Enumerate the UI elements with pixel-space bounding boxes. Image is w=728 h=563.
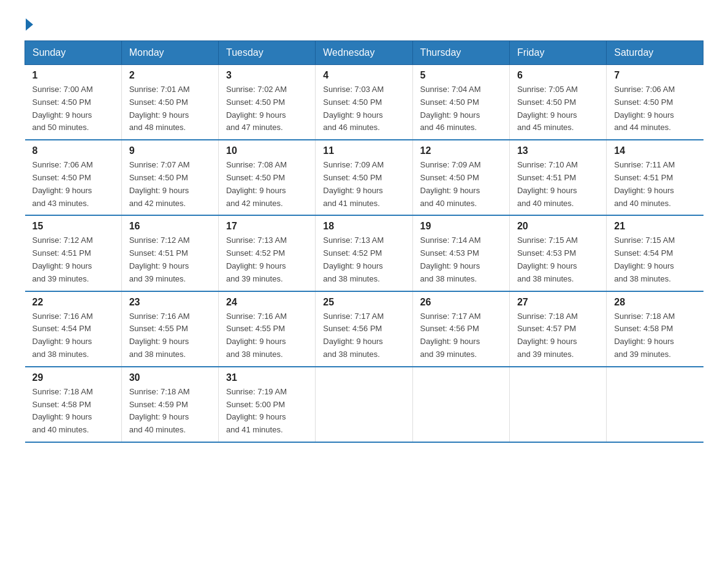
day-info: Sunrise: 7:19 AMSunset: 5:00 PMDaylight:… xyxy=(226,386,308,437)
day-cell: 4Sunrise: 7:03 AMSunset: 4:50 PMDaylight… xyxy=(316,65,412,140)
day-number: 8 xyxy=(32,145,114,156)
day-number: 5 xyxy=(420,70,502,81)
day-info: Sunrise: 7:18 AMSunset: 4:58 PMDaylight:… xyxy=(614,310,696,361)
day-cell: 28Sunrise: 7:18 AMSunset: 4:58 PMDayligh… xyxy=(607,291,703,367)
day-cell: 22Sunrise: 7:16 AMSunset: 4:54 PMDayligh… xyxy=(25,291,122,367)
day-cell xyxy=(607,367,703,442)
day-cell: 19Sunrise: 7:14 AMSunset: 4:53 PMDayligh… xyxy=(412,215,509,291)
day-cell: 18Sunrise: 7:13 AMSunset: 4:52 PMDayligh… xyxy=(316,215,412,291)
day-number: 28 xyxy=(614,297,696,308)
day-number: 29 xyxy=(32,372,114,383)
day-info: Sunrise: 7:11 AMSunset: 4:51 PMDaylight:… xyxy=(614,159,696,210)
day-info: Sunrise: 7:12 AMSunset: 4:51 PMDaylight:… xyxy=(129,234,211,285)
day-number: 21 xyxy=(614,221,696,232)
day-number: 15 xyxy=(32,221,114,232)
day-number: 1 xyxy=(32,70,114,81)
day-number: 2 xyxy=(129,70,211,81)
day-info: Sunrise: 7:18 AMSunset: 4:57 PMDaylight:… xyxy=(517,310,599,361)
week-row-2: 8Sunrise: 7:06 AMSunset: 4:50 PMDaylight… xyxy=(25,140,703,215)
day-number: 30 xyxy=(129,372,211,383)
day-info: Sunrise: 7:02 AMSunset: 4:50 PMDaylight:… xyxy=(226,83,308,134)
day-cell: 17Sunrise: 7:13 AMSunset: 4:52 PMDayligh… xyxy=(218,215,315,291)
day-info: Sunrise: 7:16 AMSunset: 4:54 PMDaylight:… xyxy=(32,310,114,361)
day-number: 27 xyxy=(517,297,599,308)
day-number: 23 xyxy=(129,297,211,308)
day-cell: 27Sunrise: 7:18 AMSunset: 4:57 PMDayligh… xyxy=(509,291,606,367)
day-cell: 6Sunrise: 7:05 AMSunset: 4:50 PMDaylight… xyxy=(509,65,606,140)
day-cell: 30Sunrise: 7:18 AMSunset: 4:59 PMDayligh… xyxy=(121,367,218,442)
day-info: Sunrise: 7:13 AMSunset: 4:52 PMDaylight:… xyxy=(226,234,308,285)
day-number: 7 xyxy=(614,70,696,81)
day-cell: 10Sunrise: 7:08 AMSunset: 4:50 PMDayligh… xyxy=(218,140,315,215)
calendar-body: 1Sunrise: 7:00 AMSunset: 4:50 PMDaylight… xyxy=(25,65,703,442)
day-number: 25 xyxy=(323,297,404,308)
day-info: Sunrise: 7:07 AMSunset: 4:50 PMDaylight:… xyxy=(129,159,211,210)
day-info: Sunrise: 7:08 AMSunset: 4:50 PMDaylight:… xyxy=(226,159,308,210)
day-cell: 11Sunrise: 7:09 AMSunset: 4:50 PMDayligh… xyxy=(316,140,412,215)
header-cell-saturday: Saturday xyxy=(607,41,703,65)
day-cell: 8Sunrise: 7:06 AMSunset: 4:50 PMDaylight… xyxy=(25,140,122,215)
day-cell: 13Sunrise: 7:10 AMSunset: 4:51 PMDayligh… xyxy=(509,140,606,215)
header-cell-wednesday: Wednesday xyxy=(316,41,412,65)
day-info: Sunrise: 7:06 AMSunset: 4:50 PMDaylight:… xyxy=(614,83,696,134)
day-info: Sunrise: 7:09 AMSunset: 4:50 PMDaylight:… xyxy=(323,159,404,210)
logo xyxy=(25,18,34,28)
day-cell: 12Sunrise: 7:09 AMSunset: 4:50 PMDayligh… xyxy=(412,140,509,215)
day-cell: 23Sunrise: 7:16 AMSunset: 4:55 PMDayligh… xyxy=(121,291,218,367)
day-number: 9 xyxy=(129,145,211,156)
day-info: Sunrise: 7:18 AMSunset: 4:59 PMDaylight:… xyxy=(129,386,211,437)
day-info: Sunrise: 7:15 AMSunset: 4:53 PMDaylight:… xyxy=(517,234,599,285)
week-row-1: 1Sunrise: 7:00 AMSunset: 4:50 PMDaylight… xyxy=(25,65,703,140)
day-cell: 20Sunrise: 7:15 AMSunset: 4:53 PMDayligh… xyxy=(509,215,606,291)
day-info: Sunrise: 7:05 AMSunset: 4:50 PMDaylight:… xyxy=(517,83,599,134)
header-cell-sunday: Sunday xyxy=(25,41,122,65)
day-number: 18 xyxy=(323,221,404,232)
page-header xyxy=(25,18,703,28)
day-number: 16 xyxy=(129,221,211,232)
day-number: 20 xyxy=(517,221,599,232)
day-number: 26 xyxy=(420,297,502,308)
day-number: 24 xyxy=(226,297,308,308)
day-cell xyxy=(509,367,606,442)
header-cell-friday: Friday xyxy=(509,41,606,65)
day-number: 12 xyxy=(420,145,502,156)
header-cell-monday: Monday xyxy=(121,41,218,65)
day-cell xyxy=(316,367,412,442)
day-info: Sunrise: 7:01 AMSunset: 4:50 PMDaylight:… xyxy=(129,83,211,134)
day-cell: 7Sunrise: 7:06 AMSunset: 4:50 PMDaylight… xyxy=(607,65,703,140)
day-info: Sunrise: 7:04 AMSunset: 4:50 PMDaylight:… xyxy=(420,83,502,134)
logo-text xyxy=(25,18,34,31)
day-cell: 24Sunrise: 7:16 AMSunset: 4:55 PMDayligh… xyxy=(218,291,315,367)
day-cell: 2Sunrise: 7:01 AMSunset: 4:50 PMDaylight… xyxy=(121,65,218,140)
header-cell-thursday: Thursday xyxy=(412,41,509,65)
day-info: Sunrise: 7:10 AMSunset: 4:51 PMDaylight:… xyxy=(517,159,599,210)
day-info: Sunrise: 7:06 AMSunset: 4:50 PMDaylight:… xyxy=(32,159,114,210)
week-row-3: 15Sunrise: 7:12 AMSunset: 4:51 PMDayligh… xyxy=(25,215,703,291)
day-number: 6 xyxy=(517,70,599,81)
day-number: 3 xyxy=(226,70,308,81)
day-number: 31 xyxy=(226,372,308,383)
logo-triangle-icon xyxy=(26,18,33,31)
day-info: Sunrise: 7:12 AMSunset: 4:51 PMDaylight:… xyxy=(32,234,114,285)
day-cell: 1Sunrise: 7:00 AMSunset: 4:50 PMDaylight… xyxy=(25,65,122,140)
week-row-4: 22Sunrise: 7:16 AMSunset: 4:54 PMDayligh… xyxy=(25,291,703,367)
day-info: Sunrise: 7:16 AMSunset: 4:55 PMDaylight:… xyxy=(226,310,308,361)
day-info: Sunrise: 7:16 AMSunset: 4:55 PMDaylight:… xyxy=(129,310,211,361)
day-cell: 29Sunrise: 7:18 AMSunset: 4:58 PMDayligh… xyxy=(25,367,122,442)
day-number: 22 xyxy=(32,297,114,308)
day-cell: 5Sunrise: 7:04 AMSunset: 4:50 PMDaylight… xyxy=(412,65,509,140)
day-info: Sunrise: 7:17 AMSunset: 4:56 PMDaylight:… xyxy=(420,310,502,361)
day-cell: 16Sunrise: 7:12 AMSunset: 4:51 PMDayligh… xyxy=(121,215,218,291)
day-cell: 26Sunrise: 7:17 AMSunset: 4:56 PMDayligh… xyxy=(412,291,509,367)
day-cell: 9Sunrise: 7:07 AMSunset: 4:50 PMDaylight… xyxy=(121,140,218,215)
header-row: SundayMondayTuesdayWednesdayThursdayFrid… xyxy=(25,41,703,65)
day-info: Sunrise: 7:17 AMSunset: 4:56 PMDaylight:… xyxy=(323,310,404,361)
day-number: 10 xyxy=(226,145,308,156)
day-info: Sunrise: 7:14 AMSunset: 4:53 PMDaylight:… xyxy=(420,234,502,285)
day-cell: 21Sunrise: 7:15 AMSunset: 4:54 PMDayligh… xyxy=(607,215,703,291)
week-row-5: 29Sunrise: 7:18 AMSunset: 4:58 PMDayligh… xyxy=(25,367,703,442)
day-number: 19 xyxy=(420,221,502,232)
calendar-table: SundayMondayTuesdayWednesdayThursdayFrid… xyxy=(25,40,703,443)
day-info: Sunrise: 7:09 AMSunset: 4:50 PMDaylight:… xyxy=(420,159,502,210)
day-number: 11 xyxy=(323,145,404,156)
